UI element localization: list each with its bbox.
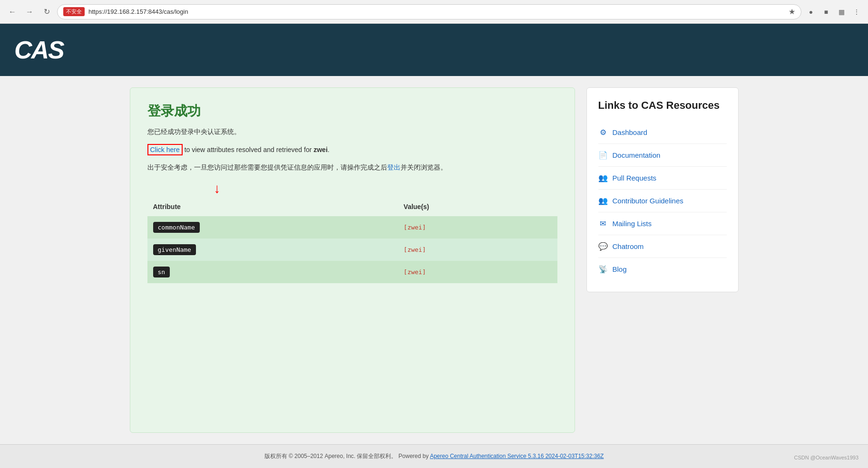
resource-label: Mailing Lists	[613, 220, 652, 228]
footer-text: 版权所有 © 2005–2012 Apereo, Inc. 保留全部权利。 Po…	[264, 453, 430, 459]
resource-icon: 📡	[598, 265, 608, 274]
security-notice-text: 出于安全考虑，一旦您访问过那些需要您提供凭证信息的应用时，请操作完成之后	[147, 163, 387, 171]
resource-icon: ✉	[598, 219, 608, 228]
profile-icon[interactable]: ●	[805, 6, 817, 18]
forward-button[interactable]: →	[23, 5, 36, 19]
period: .	[328, 146, 330, 153]
address-bar: 不安全 https://192.168.2.157:8443/cas/login…	[57, 4, 801, 19]
resource-label: Blog	[613, 265, 627, 273]
resource-label: Dashboard	[613, 128, 647, 136]
security-notice-end: 并关闭浏览器。	[400, 163, 447, 171]
value-cell: [zwei]	[398, 216, 557, 239]
left-panel: 登录成功 您已经成功登录中央认证系统。 Click here to view a…	[130, 87, 575, 433]
resource-label: Pull Requests	[613, 174, 657, 182]
attr-value: [zwei]	[404, 268, 426, 276]
red-arrow-icon: ↓	[214, 182, 221, 195]
back-button[interactable]: ←	[6, 5, 19, 19]
sidebar-item-documentation[interactable]: 📄 Documentation	[598, 144, 727, 167]
success-title: 登录成功	[147, 102, 557, 120]
puzzle-icon[interactable]: ▦	[836, 6, 847, 18]
table-row: givenName [zwei]	[147, 239, 557, 261]
col-attribute: Attribute	[147, 199, 398, 216]
sidebar-item-contributor-guidelines[interactable]: 👥 Contributor Guidelines	[598, 190, 727, 212]
browser-icons: ● ■ ▦ ⋮	[805, 6, 862, 18]
sidebar-item-dashboard[interactable]: ⚙ Dashboard	[598, 121, 727, 144]
menu-icon[interactable]: ⋮	[851, 6, 862, 18]
value-cell: [zwei]	[398, 239, 557, 261]
site-footer: 版权所有 © 2005–2012 Apereo, Inc. 保留全部权利。 Po…	[0, 444, 868, 468]
table-row: sn [zwei]	[147, 261, 557, 283]
attr-value: [zwei]	[404, 246, 426, 253]
attr-value: [zwei]	[404, 224, 426, 231]
url-text: https://192.168.2.157:8443/cas/login	[88, 8, 785, 15]
resource-icon: 👥	[598, 173, 608, 182]
col-value: Value(s)	[398, 199, 557, 216]
sidebar-item-pull-requests[interactable]: 👥 Pull Requests	[598, 167, 727, 190]
resource-label: Contributor Guidelines	[613, 197, 683, 205]
resource-icon: 👥	[598, 196, 608, 205]
footer-link[interactable]: Apereo Central Authentication Service 5.…	[430, 453, 604, 459]
star-icon[interactable]: ★	[789, 7, 795, 16]
logout-link[interactable]: 登出	[387, 163, 400, 171]
right-panel: Links to CAS Resources ⚙ Dashboard 📄 Doc…	[586, 87, 739, 292]
sidebar-item-blog[interactable]: 📡 Blog	[598, 258, 727, 280]
success-subtitle: 您已经成功登录中央认证系统。	[147, 128, 557, 136]
resource-label: Chatroom	[613, 242, 644, 250]
attr-badge: commonName	[153, 222, 200, 233]
sidebar-item-mailing-lists[interactable]: ✉ Mailing Lists	[598, 212, 727, 235]
browser-chrome: ← → ↻ 不安全 https://192.168.2.157:8443/cas…	[0, 0, 868, 24]
reload-button[interactable]: ↻	[40, 5, 53, 19]
csdn-badge: CSDN @OceanWaves1993	[794, 455, 858, 460]
arrow-container: ↓	[147, 182, 557, 195]
main-content: 登录成功 您已经成功登录中央认证系统。 Click here to view a…	[92, 76, 777, 444]
site-header: CAS	[0, 24, 868, 76]
sidebar-item-chatroom[interactable]: 💬 Chatroom	[598, 235, 727, 258]
resource-icon: ⚙	[598, 128, 608, 137]
sidebar-items-container: ⚙ Dashboard 📄 Documentation 👥 Pull Reque…	[598, 121, 727, 280]
username-bold: zwei	[313, 146, 328, 153]
insecure-badge: 不安全	[63, 7, 85, 16]
attr-cell: commonName	[147, 216, 398, 239]
attr-cell: sn	[147, 261, 398, 283]
table-row: commonName [zwei]	[147, 216, 557, 239]
attr-badge: sn	[153, 267, 170, 277]
click-here-rest: to view attributes resolved and retrieve…	[185, 146, 314, 153]
attributes-table: Attribute Value(s) commonName [zwei] giv…	[147, 199, 557, 283]
resource-icon: 📄	[598, 151, 608, 160]
click-here-link[interactable]: Click here	[147, 144, 183, 155]
extension-icon[interactable]: ■	[820, 6, 832, 18]
value-cell: [zwei]	[398, 261, 557, 283]
security-notice: 出于安全考虑，一旦您访问过那些需要您提供凭证信息的应用时，请操作完成之后登出并关…	[147, 162, 557, 172]
click-here-paragraph: Click here to view attributes resolved a…	[147, 146, 557, 153]
resource-icon: 💬	[598, 242, 608, 251]
resource-label: Documentation	[613, 151, 661, 159]
resources-title: Links to CAS Resources	[598, 99, 727, 112]
cas-logo: CAS	[14, 36, 64, 64]
attr-badge: givenName	[153, 244, 196, 255]
attr-cell: givenName	[147, 239, 398, 261]
